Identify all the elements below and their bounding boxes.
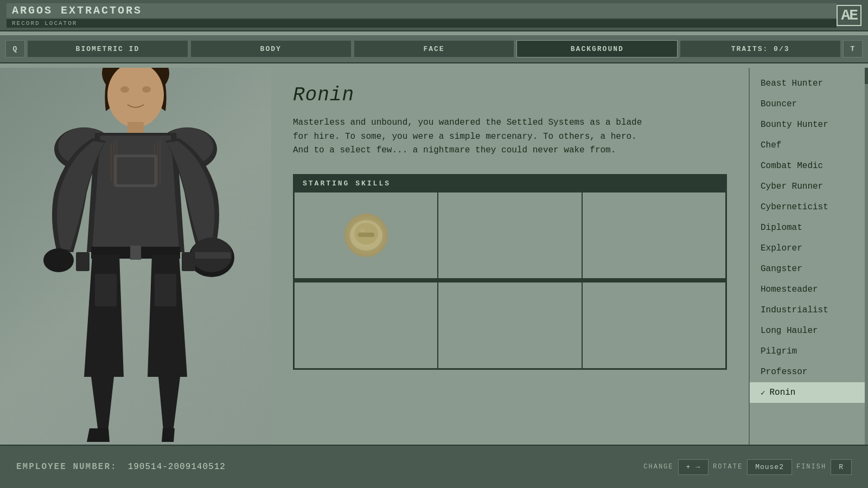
background-item-homesteader[interactable]: Homesteader	[750, 279, 868, 300]
svg-point-3	[142, 86, 151, 93]
background-item-gangster[interactable]: Gangster	[750, 259, 868, 279]
tab-face[interactable]: FACE	[354, 40, 515, 57]
svg-rect-10	[117, 157, 155, 184]
svg-rect-18	[95, 274, 117, 306]
skills-section: STARTING SKILLS	[293, 174, 727, 370]
nav-forward-button[interactable]: T	[843, 40, 863, 57]
skill-cell-5	[438, 282, 582, 369]
background-item-combat-medic[interactable]: Combat Medic	[750, 156, 868, 176]
skill-cell-1	[294, 192, 438, 279]
finish-button[interactable]: R	[831, 459, 852, 475]
top-bar: ARGOS EXTRACTORS RECORD LOCATOR AE	[0, 0, 868, 31]
nav-bar: Q BIOMETRIC ID BODY FACE BACKGROUND TRAI…	[0, 35, 868, 63]
background-list: Beast HunterBouncerBounty HunterChefComb…	[750, 68, 868, 408]
background-item-beast-hunter[interactable]: Beast Hunter	[750, 73, 868, 94]
character-figure	[0, 68, 271, 445]
svg-point-13	[43, 248, 74, 272]
svg-point-2	[120, 86, 129, 93]
tab-traits[interactable]: TRAITS: 0/3	[680, 40, 841, 57]
skill-cell-3	[582, 192, 726, 279]
svg-rect-21	[182, 252, 195, 271]
background-item-explorer[interactable]: Explorer	[750, 238, 868, 259]
svg-point-25	[360, 228, 365, 233]
character-name: Ronin	[293, 84, 727, 106]
svg-rect-24	[358, 233, 374, 237]
app-title: ARGOS EXTRACTORS	[7, 3, 837, 18]
change-label: CHANGE	[643, 463, 673, 471]
bottom-bar: EMPLOYEE NUMBER: 190514-2009140512 CHANG…	[0, 445, 868, 488]
app-branding: ARGOS EXTRACTORS RECORD LOCATOR	[7, 3, 837, 28]
skill-cell-6	[582, 282, 726, 369]
svg-rect-17	[193, 252, 231, 259]
tab-body[interactable]: BODY	[190, 40, 352, 57]
background-item-industrialist[interactable]: Industrialist	[750, 300, 868, 320]
employee-number: 190514-2009140512	[128, 462, 226, 472]
rotate-label: ROTATE	[713, 463, 743, 471]
scroll-thumb[interactable]	[865, 68, 868, 84]
background-item-long-hauler[interactable]: Long Hauler	[750, 320, 868, 341]
background-item-bounty-hunter[interactable]: Bounty Hunter	[750, 114, 868, 135]
record-locator: RECORD LOCATOR	[7, 19, 837, 28]
svg-rect-19	[155, 274, 176, 306]
skill-cell-4	[294, 282, 438, 369]
background-item-ronin[interactable]: ✓Ronin	[750, 382, 868, 403]
background-item-chef[interactable]: Chef	[750, 135, 868, 156]
svg-rect-12	[130, 246, 141, 260]
bottom-actions: CHANGE + → ROTATE Mouse2 FINISH R	[643, 459, 852, 475]
tab-biometric-id[interactable]: BIOMETRIC ID	[27, 40, 188, 57]
info-panel: Ronin Masterless and unbound, you wander…	[271, 68, 749, 445]
skill-cell-2	[438, 192, 582, 279]
selected-check-icon: ✓	[761, 388, 765, 397]
employee-label: EMPLOYEE NUMBER:	[16, 462, 117, 472]
background-item-cyber-runner[interactable]: Cyber Runner	[750, 176, 868, 197]
nav-back-button[interactable]: Q	[5, 40, 25, 57]
background-item-bouncer[interactable]: Bouncer	[750, 94, 868, 114]
scroll-bar	[865, 68, 868, 445]
background-item-pilgrim[interactable]: Pilgrim	[750, 341, 868, 362]
skills-grid	[294, 192, 726, 369]
skills-header: STARTING SKILLS	[294, 175, 726, 192]
main-content: Ronin Masterless and unbound, you wander…	[0, 68, 868, 445]
background-item-diplomat[interactable]: Diplomat	[750, 217, 868, 238]
background-list-panel[interactable]: Beast HunterBouncerBounty HunterChefComb…	[749, 68, 868, 445]
svg-rect-20	[76, 252, 90, 271]
svg-point-1	[107, 68, 164, 127]
character-panel	[0, 68, 271, 445]
skill-icon-1	[344, 214, 388, 257]
finish-label: FINISH	[796, 463, 826, 471]
tab-background[interactable]: BACKGROUND	[516, 40, 678, 57]
change-button[interactable]: + →	[678, 459, 709, 475]
rotate-button[interactable]: Mouse2	[747, 459, 792, 475]
ae-logo: AE	[837, 5, 861, 26]
background-item-cyberneticist[interactable]: Cyberneticist	[750, 197, 868, 217]
skill-icon-svg	[347, 216, 385, 254]
character-description: Masterless and unbound, you wandered the…	[293, 116, 646, 158]
background-item-professor[interactable]: Professor	[750, 362, 868, 382]
